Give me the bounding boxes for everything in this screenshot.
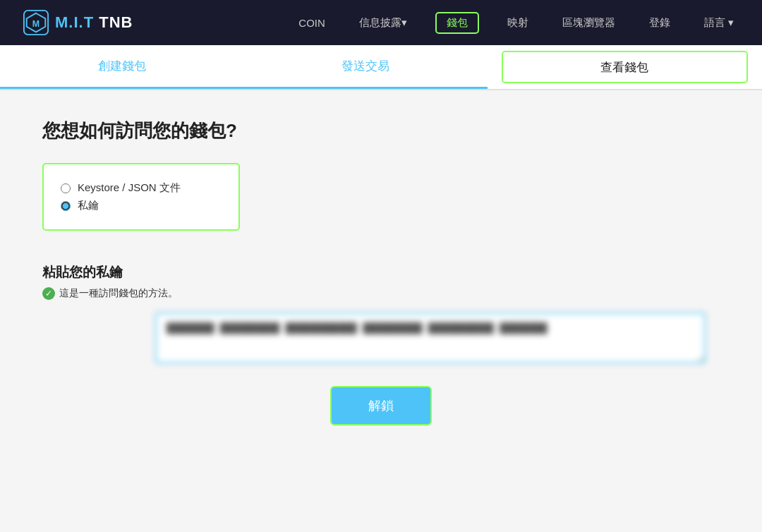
nav-language[interactable]: 語言 ▾ <box>698 13 739 32</box>
info-row: ✓ 這是一種訪問錢包的方法。 <box>42 287 720 300</box>
nav-login[interactable]: 登錄 <box>643 13 676 32</box>
keystore-option[interactable]: Keystore / JSON 文件 <box>61 181 222 195</box>
access-method-box: Keystore / JSON 文件 私鑰 <box>42 163 240 231</box>
logo-text: M.I.T TNB <box>55 13 133 32</box>
sub-tabs: 創建錢包 發送交易 查看錢包 <box>0 45 762 90</box>
private-key-input[interactable]: ████████ ██████████ ████████████ ███████… <box>155 313 706 363</box>
tab-view[interactable]: 查看錢包 <box>502 51 748 83</box>
paste-title: 粘貼您的私鑰 <box>42 263 720 282</box>
unlock-button[interactable]: 解鎖 <box>330 386 432 425</box>
navbar: M M.I.T TNB COIN 信息披露▾ 錢包 映射 區塊瀏覽器 登錄 語言… <box>0 0 762 45</box>
svg-text:M: M <box>32 19 40 29</box>
check-icon: ✓ <box>42 287 55 300</box>
navbar-nav: COIN 信息披露▾ 錢包 映射 區塊瀏覽器 登錄 語言 ▾ <box>293 12 739 34</box>
private-key-radio[interactable] <box>61 201 71 211</box>
tab-create[interactable]: 創建錢包 <box>0 45 243 89</box>
nav-wallet[interactable]: 錢包 <box>435 12 479 34</box>
nav-map[interactable]: 映射 <box>502 13 534 32</box>
logo-icon: M <box>23 9 49 36</box>
info-text: 這是一種訪問錢包的方法。 <box>59 287 178 300</box>
main-content: 您想如何訪問您的錢包? Keystore / JSON 文件 私鑰 粘貼您的私鑰… <box>0 90 762 532</box>
private-key-option[interactable]: 私鑰 <box>61 199 222 212</box>
keystore-radio[interactable] <box>61 183 71 193</box>
tab-send[interactable]: 發送交易 <box>243 45 487 89</box>
unlock-button-wrapper: 解鎖 <box>42 386 720 425</box>
logo[interactable]: M M.I.T TNB <box>23 9 133 36</box>
nav-coin[interactable]: COIN <box>293 14 331 32</box>
access-question: 您想如何訪問您的錢包? <box>42 119 720 143</box>
nav-info[interactable]: 信息披露▾ <box>353 13 413 32</box>
keystore-label: Keystore / JSON 文件 <box>78 181 181 195</box>
paste-section: 粘貼您的私鑰 ✓ 這是一種訪問錢包的方法。 ████████ █████████… <box>42 263 720 363</box>
private-key-label: 私鑰 <box>78 199 99 212</box>
nav-explorer[interactable]: 區塊瀏覽器 <box>557 13 621 32</box>
